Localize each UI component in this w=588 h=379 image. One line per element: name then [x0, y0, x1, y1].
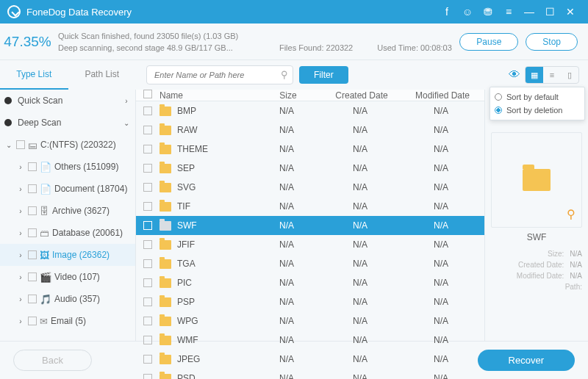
tab-path-list[interactable]: Path List	[68, 60, 137, 90]
folder-icon	[159, 278, 171, 288]
folder-icon	[159, 297, 171, 307]
filter-button[interactable]: Filter	[299, 66, 348, 84]
tree-item[interactable]: ›🗃Database (20061)	[0, 222, 135, 244]
view-detail-icon[interactable]: ▯	[561, 67, 578, 83]
preview-box: ⚲	[491, 132, 582, 228]
titlebar: FoneDog Data Recovery f ☺ ⛃ ≡ — ☐ ✕	[0, 0, 588, 24]
folder-icon	[159, 221, 171, 231]
file-list: Name Size Created Date Modified Date BMP…	[136, 90, 485, 341]
maximize-icon[interactable]: ☐	[539, 6, 560, 18]
sort-menu: Sort by default Sort by deletion	[490, 87, 585, 120]
status-line1: Quick Scan finished, found 23050 file(s)…	[58, 32, 459, 40]
search-box: ⚲	[146, 65, 293, 84]
row-checkbox[interactable]	[143, 297, 152, 306]
tree-drive[interactable]: ⌄🖴C:(NTFS) (220322)	[0, 134, 135, 156]
folder-icon	[159, 145, 171, 154]
row-checkbox[interactable]	[143, 355, 152, 364]
folder-icon	[159, 336, 171, 345]
tree-item[interactable]: ›✉Email (5)	[0, 310, 135, 332]
table-row[interactable]: PICN/AN/AN/A	[136, 273, 484, 292]
folder-icon	[159, 202, 171, 212]
table-row[interactable]: SVGN/AN/AN/A	[136, 178, 484, 197]
row-checkbox[interactable]	[143, 240, 152, 249]
table-row[interactable]: WPGN/AN/AN/A	[136, 311, 484, 331]
folder-icon	[159, 240, 171, 250]
folder-icon	[523, 169, 551, 191]
preview-name: SWF	[491, 232, 582, 242]
col-created[interactable]: Created Date	[321, 90, 402, 101]
recover-button[interactable]: Recover	[478, 350, 575, 371]
preview-toggle-icon[interactable]: 👁	[509, 68, 520, 82]
app-logo-icon	[7, 5, 21, 18]
tree-item[interactable]: ›🗄Archive (3627)	[0, 200, 135, 222]
feedback-icon[interactable]: ☺	[457, 6, 478, 18]
table-row[interactable]: JPEGN/AN/AN/A	[136, 350, 484, 369]
table-row[interactable]: THEMEN/AN/AN/A	[136, 140, 484, 159]
status-line2: Deep scanning, second stage 48.9 GB/117 …	[58, 43, 233, 52]
search-icon[interactable]: ⚲	[281, 69, 288, 80]
toolbar: Type List Path List ⚲ Filter 👁 ▦ ≡ ▯	[0, 60, 588, 90]
folder-icon	[159, 164, 171, 173]
view-list-icon[interactable]: ≡	[543, 67, 561, 83]
table-row[interactable]: PSDN/AN/AN/A	[136, 369, 484, 379]
close-icon[interactable]: ✕	[560, 6, 581, 18]
table-row[interactable]: JFIFN/AN/AN/A	[136, 235, 484, 254]
pause-button[interactable]: Pause	[459, 33, 518, 51]
tree-item[interactable]: ›🎵Audio (357)	[0, 288, 135, 310]
row-checkbox[interactable]	[143, 221, 152, 230]
row-checkbox[interactable]	[143, 126, 152, 134]
tree-item[interactable]: ›📄Others (151099)	[0, 156, 135, 178]
sort-deletion[interactable]: Sort by deletion	[495, 104, 580, 117]
folder-icon	[159, 374, 171, 380]
row-checkbox[interactable]	[143, 374, 152, 379]
folder-icon	[159, 259, 171, 269]
col-name[interactable]: Name	[159, 90, 255, 101]
sort-default[interactable]: Sort by default	[495, 90, 580, 104]
tree-panel: Quick Scan› Deep Scan⌄ ⌄🖴C:(NTFS) (22032…	[0, 90, 136, 341]
col-modified[interactable]: Modified Date	[402, 90, 483, 101]
row-checkbox[interactable]	[143, 336, 152, 344]
col-size[interactable]: Size	[255, 90, 321, 101]
magnify-icon[interactable]: ⚲	[567, 207, 576, 221]
tree-item[interactable]: ›🎬Video (107)	[0, 266, 135, 288]
gift-icon[interactable]: ⛃	[478, 6, 498, 18]
search-input[interactable]	[146, 65, 293, 84]
row-checkbox[interactable]	[143, 202, 152, 211]
table-row[interactable]: SWFN/AN/AN/A	[136, 216, 484, 235]
folder-icon	[159, 317, 171, 326]
table-row[interactable]: TGAN/AN/AN/A	[136, 254, 484, 273]
row-checkbox[interactable]	[143, 107, 152, 115]
folder-icon	[159, 355, 171, 364]
back-button[interactable]: Back	[13, 350, 92, 371]
folder-icon	[159, 126, 171, 135]
minimize-icon[interactable]: —	[519, 6, 539, 18]
tree-deep-scan[interactable]: Deep Scan⌄	[0, 112, 135, 134]
row-checkbox[interactable]	[143, 183, 152, 192]
table-row[interactable]: TIFN/AN/AN/A	[136, 197, 484, 216]
table-row[interactable]: BMPN/AN/AN/A	[136, 101, 484, 120]
table-row[interactable]: PSPN/AN/AN/A	[136, 292, 484, 311]
facebook-icon[interactable]: f	[437, 6, 457, 18]
view-grid-icon[interactable]: ▦	[526, 67, 543, 83]
preview-panel: Sort by default Sort by deletion ⚲ SWF S…	[485, 90, 588, 341]
select-all-checkbox[interactable]	[143, 90, 152, 98]
tree-item[interactable]: ›🖼Image (26362)	[0, 244, 135, 266]
table-row[interactable]: SEPN/AN/AN/A	[136, 159, 484, 178]
stop-button[interactable]: Stop	[526, 33, 578, 51]
app-title: FoneDog Data Recovery	[26, 7, 132, 18]
row-checkbox[interactable]	[143, 278, 152, 287]
folder-icon	[159, 107, 171, 116]
menu-icon[interactable]: ≡	[498, 6, 519, 18]
tree-item[interactable]: ›📄Document (18704)	[0, 178, 135, 200]
progress-pct: 47.35%	[0, 34, 55, 50]
tab-type-list[interactable]: Type List	[0, 60, 68, 90]
row-checkbox[interactable]	[143, 259, 152, 268]
row-checkbox[interactable]	[143, 164, 152, 173]
row-checkbox[interactable]	[143, 145, 152, 154]
tree-quick-scan[interactable]: Quick Scan›	[0, 90, 135, 112]
row-checkbox[interactable]	[143, 317, 152, 325]
folder-icon	[159, 183, 171, 192]
table-row[interactable]: RAWN/AN/AN/A	[136, 120, 484, 140]
status-bar: 47.35% Quick Scan finished, found 23050 …	[0, 24, 588, 60]
table-row[interactable]: WMFN/AN/AN/A	[136, 331, 484, 350]
